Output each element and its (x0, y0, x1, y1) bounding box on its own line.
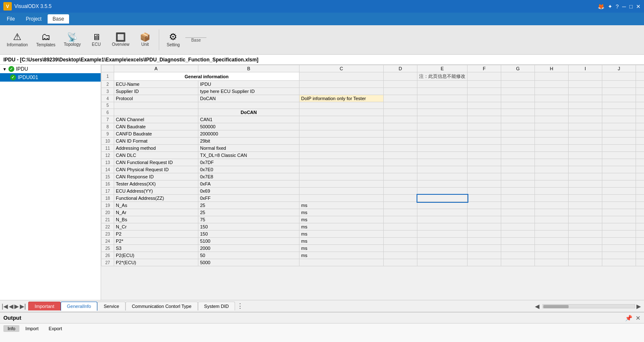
cell-empty[interactable] (636, 130, 644, 138)
cell-empty[interactable] (501, 223, 535, 231)
cell-empty[interactable] (569, 145, 602, 152)
cell-empty[interactable] (569, 259, 602, 266)
cell-empty[interactable] (569, 159, 602, 166)
cell-col-e[interactable] (417, 216, 468, 223)
cell-col-a[interactable]: CANFD Baudrate (114, 130, 198, 138)
cell-empty[interactable] (468, 231, 501, 238)
cell-col-c[interactable] (299, 180, 384, 188)
cell-empty[interactable] (501, 231, 535, 238)
cell-empty[interactable] (636, 238, 644, 245)
cell-col-b[interactable]: 25 (198, 202, 299, 209)
output-close-icon[interactable]: ✕ (636, 315, 641, 321)
cell-col-d[interactable] (384, 95, 417, 102)
cell-empty[interactable] (602, 188, 636, 195)
cell-empty[interactable] (636, 72, 644, 81)
cell-col-e[interactable] (417, 123, 468, 130)
cell-col-b[interactable]: 0xFA (198, 180, 299, 188)
cell-empty[interactable] (569, 238, 602, 245)
cell-empty[interactable] (501, 173, 535, 180)
cell-empty[interactable] (468, 95, 501, 102)
cell-empty[interactable] (602, 216, 636, 223)
cell-empty[interactable] (535, 216, 569, 223)
cell-empty[interactable] (602, 173, 636, 180)
cell-col-d[interactable] (384, 109, 417, 116)
cell-empty[interactable] (468, 173, 501, 180)
cell-empty[interactable] (602, 116, 636, 123)
tab-important[interactable]: Important (28, 302, 60, 310)
cell-empty[interactable] (636, 216, 644, 223)
cell-col-a[interactable]: ECU Address(YY) (114, 188, 198, 195)
apps-icon[interactable]: ✦ (608, 3, 612, 10)
cell-empty[interactable] (501, 209, 535, 216)
cell-col-e[interactable] (417, 173, 468, 180)
cell-empty[interactable] (636, 159, 644, 166)
minimize-button[interactable]: ─ (622, 3, 626, 10)
cell-empty[interactable] (636, 88, 644, 95)
cell-empty[interactable] (501, 180, 535, 188)
cell-col-c[interactable] (299, 166, 384, 173)
cell-col-d[interactable] (384, 81, 417, 88)
cell-empty[interactable] (569, 88, 602, 95)
tab-more-btn[interactable]: ⋮ (235, 302, 245, 310)
cell-col-e[interactable] (417, 238, 468, 245)
tab-scroll-right[interactable]: ▶ (635, 303, 642, 310)
cell-col-e[interactable] (417, 259, 468, 266)
cell-empty[interactable] (636, 245, 644, 252)
cell-empty[interactable] (636, 195, 644, 202)
cell-col-d[interactable] (384, 138, 417, 145)
cell-empty[interactable] (602, 166, 636, 173)
cell-empty[interactable] (636, 209, 644, 216)
cell-col-a[interactable]: P2 (114, 231, 198, 238)
cell-empty[interactable] (569, 188, 602, 195)
cell-empty[interactable] (501, 216, 535, 223)
cell-empty[interactable] (535, 123, 569, 130)
cell-empty[interactable] (299, 72, 384, 81)
cell-col-b[interactable]: TX_DL=8 Classic CAN (198, 152, 299, 159)
cell-col-c[interactable] (299, 195, 384, 202)
cell-empty[interactable] (602, 109, 636, 116)
cell-col-b[interactable]: CAN1 (198, 116, 299, 123)
cell-col-a[interactable]: CAN Baudrate (114, 123, 198, 130)
cell-empty[interactable] (535, 109, 569, 116)
cell-col-c[interactable] (299, 152, 384, 159)
cell-empty[interactable] (569, 209, 602, 216)
cell-empty[interactable] (602, 152, 636, 159)
cell-empty[interactable] (501, 123, 535, 130)
cell-empty[interactable] (569, 195, 602, 202)
cell-empty[interactable] (501, 188, 535, 195)
cell-empty[interactable] (535, 81, 569, 88)
cell-col-a[interactable] (114, 109, 198, 116)
cell-col-d[interactable] (384, 245, 417, 252)
cell-col-a[interactable]: P2*(ECU) (114, 259, 198, 266)
cell-empty[interactable] (569, 116, 602, 123)
cell-col-d[interactable] (384, 152, 417, 159)
toolbar-information[interactable]: ⚠ Information (3, 31, 31, 49)
cell-empty[interactable] (535, 138, 569, 145)
cell-col-e[interactable] (417, 102, 468, 109)
cell-empty[interactable] (535, 180, 569, 188)
cell-empty[interactable] (468, 130, 501, 138)
tab-scrollbar-track[interactable] (542, 304, 635, 308)
cell-col-c[interactable]: ms (299, 202, 384, 209)
cell-empty[interactable] (468, 238, 501, 245)
cell-col-c[interactable] (299, 116, 384, 123)
cell-empty[interactable] (535, 130, 569, 138)
cell-col-a[interactable]: Protocol (114, 95, 198, 102)
cell-col-d[interactable] (384, 209, 417, 216)
toolbar-setting[interactable]: ⚙ Setting (163, 31, 184, 49)
cell-empty[interactable] (501, 195, 535, 202)
cell-col-b[interactable]: 29bit (198, 138, 299, 145)
cell-col-d[interactable] (384, 145, 417, 152)
cell-empty[interactable] (535, 209, 569, 216)
cell-empty[interactable] (636, 116, 644, 123)
cell-col-a[interactable]: N_Bs (114, 216, 198, 223)
cell-col-a[interactable]: CAN DLC (114, 152, 198, 159)
cell-chinese-note[interactable]: 注：此页信息不能修改 (417, 72, 468, 81)
cell-col-a[interactable]: P2* (114, 238, 198, 245)
cell-empty[interactable] (501, 88, 535, 95)
cell-empty[interactable] (468, 88, 501, 95)
cell-col-b[interactable]: 5000 (198, 259, 299, 266)
help-icon[interactable]: ? (616, 3, 619, 10)
cell-empty[interactable] (569, 152, 602, 159)
cell-empty[interactable] (602, 202, 636, 209)
